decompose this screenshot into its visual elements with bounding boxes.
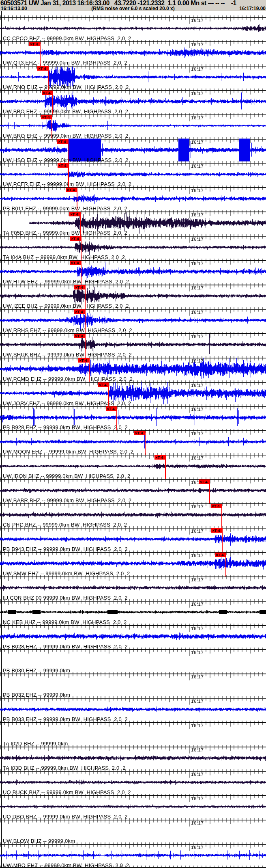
- trace-row-cn-phc[interactable]: CN PHC BHZ -- 99999.0km BW HIGHPASS 2.0 …: [0, 503, 266, 528]
- pick-marker[interactable]: ×T 4: [199, 479, 210, 484]
- trace-row-uw-babr[interactable]: UW BABR BHZ -- 99999.0km BW HIGHPASS 2.0…: [0, 479, 266, 503]
- trace-row-uw-rrhs[interactable]: UW RRHS EHZ -- 99999.0km BW HIGHPASS 2.0…: [0, 309, 266, 333]
- trace-label: UW MPO EHZ -- 99999.0km BW HIGHPASS 2.0 …: [3, 863, 129, 868]
- pick-marker[interactable]: ×T 4: [106, 406, 117, 411]
- pick-marker[interactable]: ×T 4: [78, 358, 89, 363]
- trace-label: UO BUCK BHZ -- 99999.0km BW HIGHPASS 2.0…: [3, 790, 131, 795]
- trace-row-uw-smw[interactable]: UW SMW EHZ -- 99999.0km BW HIGHPASS 2.0 …: [0, 552, 266, 577]
- pick-time-line[interactable]: [108, 382, 109, 406]
- trace-row-ta-i04a[interactable]: TA I04A BHZ -- 99999.0km BW HIGHPASS 2.0…: [0, 236, 266, 260]
- minute-time-label: 16:17: [191, 358, 204, 363]
- pick-marker[interactable]: ×T 4: [70, 261, 81, 265]
- minute-time-label: 16:17: [191, 626, 204, 631]
- pick-time-line[interactable]: [77, 188, 77, 212]
- pick-marker[interactable]: ×T 4: [74, 285, 85, 289]
- minute-time-label: 16:17: [191, 529, 204, 533]
- trace-row-nc-keb[interactable]: NC KEB HHZ -- 99999.0km BW HIGHPASS 2.0 …: [0, 601, 266, 625]
- pick-time-line[interactable]: [225, 553, 226, 577]
- minute-time-label: 16:17: [191, 772, 204, 777]
- pick-time-line[interactable]: [85, 334, 86, 358]
- pick-time-line[interactable]: [85, 285, 86, 309]
- trace-row-uw-bbo[interactable]: UW BBO EHZ -- 99999.0km BW HIGHPASS 2.0 …: [0, 90, 266, 114]
- trace-row-uw-rno[interactable]: UW RNO EHZ -- 99999.0km BW HIGHPASS 2.0 …: [0, 66, 266, 90]
- trace-row-pb-b943[interactable]: PB B943 EHZ -- 99999.0km BW HIGHPASS 2.0…: [0, 528, 266, 552]
- minute-time-label: 16:17: [191, 723, 204, 728]
- trace-row-iu-cor[interactable]: IU COR BHZ 00 99999.0km BW HIGHPASS 2.0 …: [0, 577, 266, 601]
- trace-row-uw-hso[interactable]: UW HSO EHZ -- 99999.0km BW HIGHPASS 2.0 …: [0, 139, 266, 163]
- trace-row-uw-blow[interactable]: UW BLOW BHZ -- 99999.0km16:17: [0, 820, 266, 844]
- minute-time-label: 16:17: [191, 674, 204, 679]
- pick-marker[interactable]: ×T 4: [74, 334, 85, 338]
- pick-marker[interactable]: ×T 4: [154, 455, 165, 460]
- minute-time-label: 16:17: [191, 504, 204, 509]
- trace-row-pb-b030[interactable]: PB B030 EHZ -- 99999.0km16:17: [0, 649, 266, 674]
- pick-time-line[interactable]: [89, 358, 90, 382]
- pick-time-line[interactable]: [40, 42, 41, 66]
- pick-time-line[interactable]: [116, 406, 117, 430]
- pick-time-line[interactable]: [165, 455, 166, 479]
- pick-marker[interactable]: ×T 4: [70, 236, 81, 241]
- pick-time-line[interactable]: [85, 309, 86, 333]
- trace-row-uw-pcmd[interactable]: UW PCMD EHZ -- 99999.0km BW HIGHPASS 2.0…: [0, 358, 266, 382]
- trace-row-ta-f05d[interactable]: TA F05D BHZ -- 99999.0km BW HIGHPASS 2.0…: [0, 212, 266, 236]
- trace-label: UW BBO EHZ -- 99999.0km BW HIGHPASS 2.0 …: [3, 109, 128, 114]
- trace-label: NC KEB HHZ -- 99999.0km BW HIGHPASS 2.0 …: [3, 620, 127, 625]
- pick-marker[interactable]: ×T 4: [37, 66, 48, 71]
- pick-marker[interactable]: ×T 4: [42, 91, 53, 95]
- trace-label: TA I03D BHZ -- 99999.0km BW HIGHPASS 2.0…: [3, 765, 126, 771]
- pick-time-line[interactable]: [81, 236, 82, 260]
- trace-label: PB B928 EHZ -- 99999.0km BW HIGHPASS 2.0…: [3, 425, 128, 430]
- trace-row-uw-shuk[interactable]: UW SHUK BHZ -- 99999.0km BW HIGHPASS 2.0…: [0, 333, 266, 358]
- trace-row-uw-jorv[interactable]: UW JORV EHZ -- 99999.0km BW HIGHPASS 2.0…: [0, 382, 266, 406]
- trace-row-ta-i03d[interactable]: TA I03D BHZ -- 99999.0km BW HIGHPASS 2.0…: [0, 747, 266, 771]
- pick-marker[interactable]: ×T 4: [57, 139, 68, 144]
- pick-marker[interactable]: ×T 4: [58, 163, 69, 168]
- trace-row-uw-izee[interactable]: UW IZEE BHZ -- 99999.0km BW HIGHPASS 2.0…: [0, 285, 266, 309]
- minute-time-label: 16:17: [191, 91, 204, 96]
- pick-time-line[interactable]: [81, 261, 82, 285]
- trace-row-uw-moon[interactable]: UW MOON EHZ -- 99999.0km BW HIGHPASS 2.0…: [0, 430, 266, 455]
- trace-label: UW BLOW BHZ -- 99999.0km: [3, 838, 75, 844]
- pick-time-line[interactable]: [51, 115, 52, 139]
- pick-marker[interactable]: ×T 4: [66, 188, 77, 192]
- pick-marker[interactable]: ×T 4: [74, 309, 85, 314]
- pick-time-line[interactable]: [68, 163, 69, 187]
- minute-time-label: 16:17: [191, 237, 204, 242]
- pick-time-line[interactable]: [222, 528, 223, 552]
- pick-marker[interactable]: ×T 4: [41, 115, 52, 119]
- pick-time-line[interactable]: [145, 431, 146, 455]
- trace-row-pb-b011[interactable]: PB B011 EHZ -- 99999.0km BW HIGHPASS 2.0…: [0, 187, 266, 212]
- minute-time-label: 16:17: [191, 383, 204, 388]
- trace-row-pb-b033[interactable]: PB B033 EHZ -- 99999.0km BW HIGHPASS 2.0…: [0, 698, 266, 722]
- trace-row-uw-bro[interactable]: UW BRO EHZ -- 99999.0km BW HIGHPASS 2.0 …: [0, 114, 266, 139]
- pick-time-line[interactable]: [68, 139, 69, 163]
- trace-row-uw-mpo[interactable]: UW MPO EHZ -- 99999.0km BW HIGHPASS 2.0 …: [0, 844, 266, 868]
- trace-row-uw-pcfr[interactable]: UW PCFR EHZ -- 99999.0km BW HIGHPASS 2.0…: [0, 163, 266, 187]
- pick-time-line[interactable]: [221, 504, 222, 528]
- trace-label: CC CPCO BHZ -- 99999.0km BW HIGHPASS 2.0…: [3, 36, 131, 41]
- trace-label: PB B033 EHZ -- 99999.0km BW HIGHPASS 2.0…: [3, 717, 128, 722]
- minute-time-label: 16:17: [191, 115, 204, 120]
- pick-time-line[interactable]: [209, 479, 210, 503]
- trace-row-ta-i02d[interactable]: TA I02D BHZ -- 99999.0km16:17: [0, 722, 266, 747]
- trace-row-uo-buck[interactable]: UO BUCK BHZ -- 99999.0km BW HIGHPASS 2.0…: [0, 771, 266, 795]
- pick-marker[interactable]: ×T 4: [69, 212, 80, 216]
- trace-row-uw-htw[interactable]: UW HTW EHZ -- 99999.0km BW HIGHPASS 2.0 …: [0, 260, 266, 285]
- pick-marker[interactable]: ×T 4: [29, 42, 40, 46]
- pick-marker[interactable]: ×T 4: [211, 504, 222, 508]
- trace-row-cc-cpco[interactable]: CC CPCO BHZ -- 99999.0km BW HIGHPASS 2.0…: [0, 17, 266, 41]
- pick-marker[interactable]: ×T 4: [211, 528, 222, 533]
- pick-marker[interactable]: ×T 4: [215, 553, 226, 557]
- minute-time-label: 16:17: [191, 18, 204, 23]
- pick-time-line[interactable]: [80, 212, 81, 236]
- pick-time-line[interactable]: [48, 66, 49, 90]
- trace-row-uw-qt3[interactable]: UW QT3 EHZ -- 99999.0km BW HIGHPASS 2.0 …: [0, 41, 266, 66]
- pick-marker[interactable]: ×T 4: [134, 431, 145, 435]
- pick-marker[interactable]: ×T 4: [98, 382, 109, 387]
- trace-row-uo-dbo[interactable]: UO DBO BHZ -- 99999.0km BW HIGHPASS 2.0 …: [0, 795, 266, 820]
- trace-row-pb-b028[interactable]: PB B028 EHZ -- 99999.0km BW HIGHPASS 2.0…: [0, 625, 266, 650]
- trace-row-pb-b032[interactable]: PB B032 EHZ -- 99999.0km16:17: [0, 674, 266, 698]
- trace-row-pb-b928[interactable]: PB B928 EHZ -- 99999.0km BW HIGHPASS 2.0…: [0, 406, 266, 430]
- trace-row-uw-iron[interactable]: UW IRON BHZ -- 99999.0km BW HIGHPASS 2.0…: [0, 455, 266, 479]
- pick-time-line[interactable]: [52, 91, 53, 114]
